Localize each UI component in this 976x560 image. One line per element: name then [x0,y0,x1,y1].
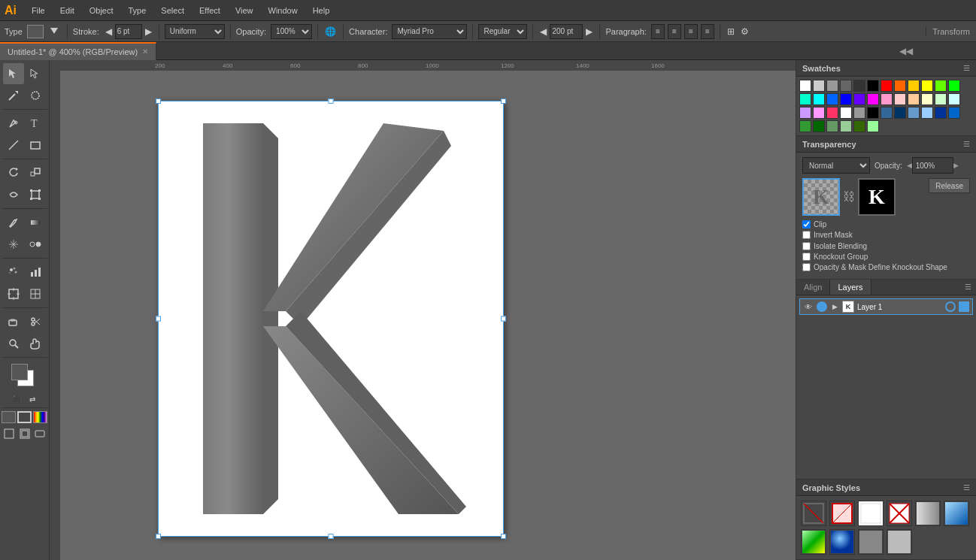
swatches-menu-btn[interactable]: ☰ [963,64,970,72]
swatch-27[interactable] [840,107,852,119]
scale-tool[interactable] [25,162,46,183]
default-colors-icon[interactable]: ⬛ [10,394,23,404]
fill-mode-btn[interactable] [2,411,16,423]
stroke-increase[interactable]: ▶ [144,25,153,38]
swatch-15[interactable] [840,93,852,105]
menu-select[interactable]: Select [155,5,190,17]
stroke-color-options[interactable] [47,24,62,39]
swatch-22[interactable] [935,93,947,105]
invert-mask-checkbox[interactable] [802,231,811,239]
font-select[interactable]: Myriad Pro [392,24,467,39]
symbol-sprayer-tool[interactable] [3,262,24,283]
mask-preview-mask[interactable]: K [858,178,896,216]
variable-icon[interactable]: 🌐 [323,25,338,38]
swatch-38[interactable] [826,120,838,132]
fontsize-input[interactable] [550,24,583,39]
stroke-mode-btn[interactable] [17,411,32,423]
color-boxes[interactable] [11,364,38,391]
transform-header-label[interactable]: Transform [926,27,970,36]
warp-tool[interactable] [3,184,24,205]
eyedropper-tool[interactable] [3,212,24,233]
swatch-41[interactable] [867,120,879,132]
menu-view[interactable]: View [229,5,259,17]
fontsize-decrease[interactable]: ◀ [538,25,548,38]
normal-mode-btn[interactable] [2,426,17,441]
swatch-4[interactable] [853,80,865,92]
gs-item-10[interactable] [887,529,912,555]
swatch-25[interactable] [813,107,825,119]
stroke-profile-select[interactable]: Uniform [165,24,225,39]
swatch-24[interactable] [799,107,811,119]
menu-help[interactable]: Help [307,5,336,17]
opacity-mask-checkbox[interactable] [802,263,811,271]
gs-item-5[interactable] [915,501,941,526]
swatch-7[interactable] [894,80,906,92]
swatch-40[interactable] [853,120,865,132]
stroke-value-input[interactable] [115,24,142,39]
swatch-13[interactable] [813,93,825,105]
free-transform-tool[interactable] [25,184,46,205]
artboard-tool[interactable] [3,283,24,304]
magic-wand-tool[interactable] [3,85,24,106]
layer-selected-indicator[interactable] [959,301,969,312]
zoom-tool[interactable] [3,333,24,354]
swap-colors-icon[interactable]: ⇄ [26,394,39,404]
swatch-35[interactable] [948,107,960,119]
swatch-33[interactable] [921,107,933,119]
swatch-39[interactable] [840,120,852,132]
swatch-29[interactable] [867,107,879,119]
artboard[interactable] [158,101,504,537]
swatch-34[interactable] [935,107,947,119]
gradient-tool[interactable] [25,212,46,233]
font-style-select[interactable]: Regular [478,24,527,39]
layer-visibility-btn[interactable]: 👁 [803,301,814,312]
swatch-10[interactable] [935,80,947,92]
mask-preview-object[interactable]: K [802,178,840,216]
swatch-11[interactable] [948,80,960,92]
tab-close-btn[interactable]: ✕ [142,47,148,56]
align-justify[interactable]: ≡ [701,24,714,39]
gs-item-7[interactable] [801,529,826,555]
layer-expand-btn[interactable]: ▶ [830,302,839,311]
gs-item-3[interactable] [858,501,884,526]
release-btn[interactable]: Release [929,178,970,193]
swatch-36[interactable] [799,120,811,132]
mesh-tool[interactable] [3,234,24,255]
swatch-23[interactable] [948,93,960,105]
layers-tab[interactable]: Layers [830,280,871,295]
align-left[interactable]: ≡ [651,24,665,39]
swatch-1[interactable] [813,80,825,92]
stroke-decrease[interactable]: ◀ [104,25,114,38]
swatch-12[interactable] [799,93,811,105]
blending-mode-select[interactable]: Normal Multiply Screen Overlay [802,157,870,174]
fullscreen-btn[interactable] [32,426,47,441]
menu-effect[interactable]: Effect [193,5,226,17]
graphic-styles-menu-btn[interactable]: ☰ [963,483,970,492]
knockout-group-checkbox[interactable] [802,253,811,261]
menu-object[interactable]: Object [83,5,120,17]
swatch-21[interactable] [921,93,933,105]
settings-icon[interactable]: ⚙ [739,25,750,38]
swatch-18[interactable] [881,93,893,105]
swatch-16[interactable] [853,93,865,105]
graph-tool[interactable] [25,262,46,283]
gs-item-2[interactable] [829,501,855,526]
rotate-tool[interactable] [3,162,24,183]
swatch-26[interactable] [826,107,838,119]
layer-target-circle[interactable] [945,301,956,312]
gs-item-1[interactable] [801,501,826,526]
swatch-32[interactable] [908,107,920,119]
opacity-increase[interactable]: ▶ [953,162,959,169]
drawing-mode-btn[interactable] [17,426,32,441]
swatch-8[interactable] [908,80,920,92]
layer-1-row[interactable]: 👁 ▶ K Layer 1 [799,298,973,315]
blend-tool[interactable] [25,234,46,255]
graphic-styles-header[interactable]: Graphic Styles ☰ [796,480,976,496]
document-tab[interactable]: Untitled-1* @ 400% (RGB/Preview) ✕ [0,42,156,60]
swatch-20[interactable] [908,93,920,105]
swatch-5[interactable] [867,80,879,92]
opacity-decrease[interactable]: ◀ [907,162,912,169]
align-center[interactable]: ≡ [668,24,681,39]
swatch-0[interactable] [799,80,811,92]
eraser-tool[interactable] [3,311,24,332]
